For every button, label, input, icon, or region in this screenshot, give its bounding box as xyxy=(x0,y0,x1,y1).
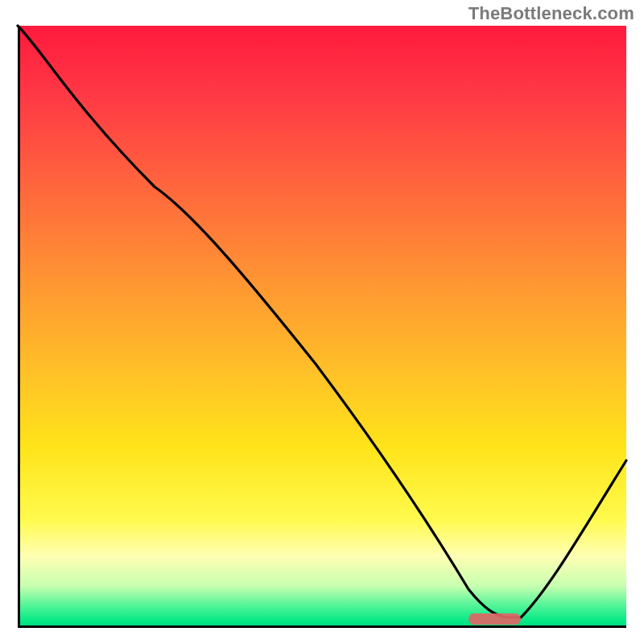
optimal-marker xyxy=(469,613,521,625)
bottleneck-curve xyxy=(18,26,626,628)
chart-container: TheBottleneck.com xyxy=(0,0,644,644)
curve-path xyxy=(18,26,626,617)
plot-area xyxy=(18,26,626,628)
watermark-text: TheBottleneck.com xyxy=(469,3,634,24)
